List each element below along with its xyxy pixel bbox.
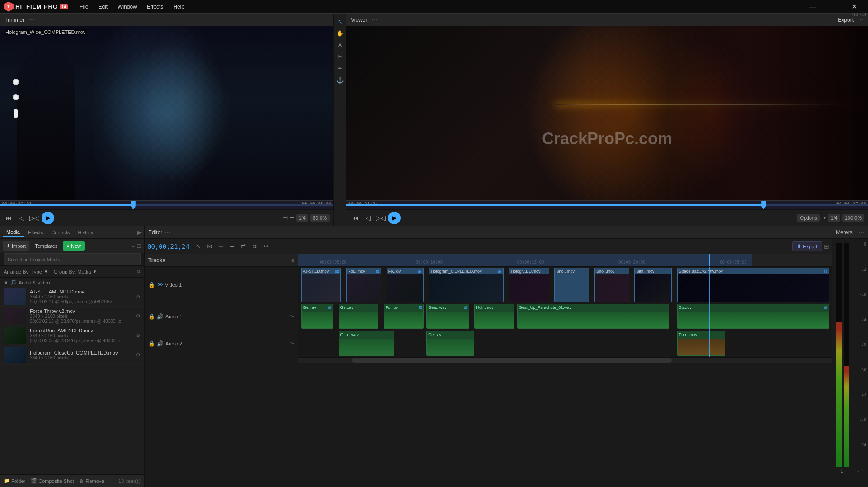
audio-clip-ge1[interactable]: Ge...av ⛓ (301, 304, 333, 329)
editor-export-button[interactable]: ⬆ Export (792, 241, 822, 251)
menu-file[interactable]: File (75, 2, 93, 12)
track-visibility-video1[interactable]: 👁 (157, 281, 163, 288)
trimmer-playhead[interactable] (131, 201, 136, 209)
tab-media[interactable]: Media (3, 227, 24, 237)
audio-clip-gear-up[interactable]: Gear_Up_Parachute_01.wav (517, 304, 669, 329)
clip-hologram-ed[interactable]: Hologr...ED.mov (509, 268, 549, 302)
media-item-hologram-closeup[interactable]: Hologram_CloseUp_COMPLETED.mov 3840 × 21… (0, 345, 144, 365)
editor-tool-ripple[interactable]: ↔ (216, 241, 226, 251)
sort-button[interactable]: ⇅ (137, 269, 141, 274)
trimmer-menu-icon[interactable]: ⋯ (29, 17, 34, 23)
tab-effects[interactable]: Effects (24, 228, 47, 237)
group-collapse-icon[interactable]: ▼ (4, 280, 9, 285)
track-waveform-audio2[interactable]: 〜 (289, 340, 294, 347)
clip-sith[interactable]: Sith...mov (634, 268, 672, 302)
audio-clip2-forr[interactable]: Forr...mov (677, 331, 725, 356)
viewer-playhead[interactable] (761, 201, 766, 209)
trimmer-set-out-icon[interactable]: ⊢ (289, 214, 294, 221)
audio-clip-gea-wav[interactable]: Gea...wav ⛓ (426, 304, 469, 329)
clip-hologram-wide[interactable]: Hologram_C...PLETED.mov ⛓ (429, 268, 504, 302)
editor-tool-slide[interactable]: ⬌ (227, 241, 237, 251)
viewer-timebar[interactable]: 00;00;21;24 00;00;27;00 (346, 200, 868, 209)
close-button[interactable]: ✕ (844, 0, 864, 14)
clip-sho2[interactable]: Sho...mov (594, 268, 629, 302)
templates-button[interactable]: Templates (31, 241, 61, 251)
media-item-at-st[interactable]: AT-ST _ AMENDED.mov 3840 × 2160 pixels 0… (0, 287, 144, 307)
timeline-scrollbar[interactable] (298, 357, 832, 363)
tab-history[interactable]: History (74, 228, 97, 237)
audio-clip2-ge-av[interactable]: Ge...av (426, 331, 474, 356)
media-item-forrest[interactable]: ForrestRun_AMENDED.mov 3840 × 2160 pixel… (0, 326, 144, 345)
track-lock-video1[interactable]: 🔒 (148, 282, 155, 288)
marker-out[interactable] (13, 94, 19, 100)
menu-edit[interactable]: Edit (94, 2, 112, 12)
viewer-play-button[interactable]: ▶ (388, 212, 401, 224)
trimmer-zoom[interactable]: 60.0% (310, 214, 330, 222)
tool-text[interactable]: A (335, 40, 345, 50)
marker-in[interactable] (13, 79, 19, 85)
clip-space-battle[interactable]: Space Batt...v2 raw.mov ⛓ (677, 268, 829, 302)
tool-cursor[interactable]: ↖ (335, 16, 345, 26)
track-mute-audio1[interactable]: 🔊 (157, 313, 164, 320)
media-options-force[interactable]: ⚙ (136, 313, 141, 319)
timeline-scroll-thumb[interactable] (352, 358, 672, 363)
viewer-frame-back-button[interactable]: ◁ (363, 213, 373, 223)
editor-tool-slip[interactable]: ⇄ (239, 241, 249, 251)
trimmer-skip-start-button[interactable]: ⏮ (4, 213, 14, 223)
audio-track1-timeline[interactable]: Ge...av ⛓ Ge...av Fo...ov ⛓ (298, 303, 832, 330)
viewer-zoom[interactable]: 100.0% (842, 214, 864, 222)
track-lock-audio2[interactable]: 🔒 (148, 340, 155, 347)
menu-window[interactable]: Window (113, 2, 142, 12)
remove-button[interactable]: 🗑 Remove (79, 478, 104, 484)
list-icon[interactable]: ≡ (131, 242, 135, 249)
export-menu-icon[interactable]: ⋯ (858, 17, 863, 23)
editor-tool-cursor[interactable]: ↖ (193, 241, 203, 251)
composite-shot-button[interactable]: 🎬 Composite Shot (31, 478, 74, 484)
viewer-dropdown-icon[interactable]: ▾ (823, 215, 826, 221)
meters-menu-icon[interactable]: ⋯ (859, 229, 864, 236)
group-dropdown-icon[interactable]: ▾ (94, 269, 96, 274)
trimmer-play-button[interactable]: ▶ (42, 212, 54, 224)
minimize-button[interactable]: — (802, 0, 823, 14)
viewer-menu-icon[interactable]: ⋯ (372, 17, 377, 23)
marker-pos[interactable] (14, 109, 18, 118)
trimmer-set-in-icon[interactable]: ⊣ (283, 214, 288, 221)
media-options-forrest[interactable]: ⚙ (136, 332, 141, 339)
video-track-timeline[interactable]: AT-ST...D.mov ⛓ For...mov ⛓ Fo...ov ⛓ (298, 267, 832, 303)
editor-menu-icon[interactable]: ⋯ (165, 229, 170, 236)
media-options-hologram-closeup[interactable]: ⚙ (136, 352, 141, 358)
tracks-menu-icon[interactable]: ≡ (291, 257, 294, 264)
arrange-dropdown-icon[interactable]: ▾ (45, 269, 47, 274)
editor-expand-icon[interactable]: ⊞ (824, 243, 829, 250)
audio-clip-sp[interactable]: Sp...ov ⛓ (677, 304, 829, 329)
tab-controls[interactable]: Controls (47, 228, 73, 237)
grid-icon[interactable]: ⊞ (137, 242, 142, 249)
menu-help[interactable]: Help (169, 2, 189, 12)
track-lock-audio1[interactable]: 🔒 (148, 313, 155, 320)
ruler-playhead[interactable] (709, 254, 710, 266)
clip-force[interactable]: For...mov ⛓ (346, 268, 381, 302)
media-options-at-st[interactable]: ⚙ (136, 293, 141, 300)
folder-button[interactable]: 📁 Folder (4, 478, 25, 484)
clip-at-st[interactable]: AT-ST...D.mov ⛓ (301, 268, 341, 302)
trimmer-timebar[interactable]: 00;00;02;01 00;00;03;00 (0, 200, 333, 209)
viewer-step-back-button[interactable]: ▷◁ (375, 213, 386, 223)
media-list[interactable]: ▼ 🎵 Audio & Video AT-ST _ AMENDED.mov 38… (0, 278, 144, 474)
clip-forrest[interactable]: Fo...ov ⛓ (387, 268, 424, 302)
viewer-zoom-ratio[interactable]: 1/4 (828, 214, 840, 222)
audio-track2-timeline[interactable]: Gea...wav Ge...av Forr...mov (298, 330, 832, 357)
new-media-button[interactable]: ● New (63, 241, 85, 251)
trimmer-step-back-button[interactable]: ▷◁ (29, 213, 40, 223)
maximize-button[interactable]: □ (823, 0, 844, 14)
media-search-input[interactable] (4, 253, 141, 265)
audio-clip2-gea-wav[interactable]: Gea...wav (339, 331, 395, 356)
media-item-force-throw[interactable]: Force Throw v2.mov 3840 × 2160 pixels 00… (0, 307, 144, 326)
track-waveform-audio1[interactable]: 〜 (289, 313, 294, 320)
tool-scissors[interactable]: ✂ (335, 52, 345, 61)
audio-clip-fo[interactable]: Fo...ov ⛓ (384, 304, 424, 329)
audio-clip-hol-mov[interactable]: Hol...mov (474, 304, 514, 329)
trimmer-zoom-ratio[interactable]: 1/4 (296, 214, 308, 222)
editor-tool-razor[interactable]: ✂ (261, 241, 271, 251)
viewer-options[interactable]: Options (797, 214, 820, 222)
import-button[interactable]: ⬇ Import (3, 241, 29, 251)
